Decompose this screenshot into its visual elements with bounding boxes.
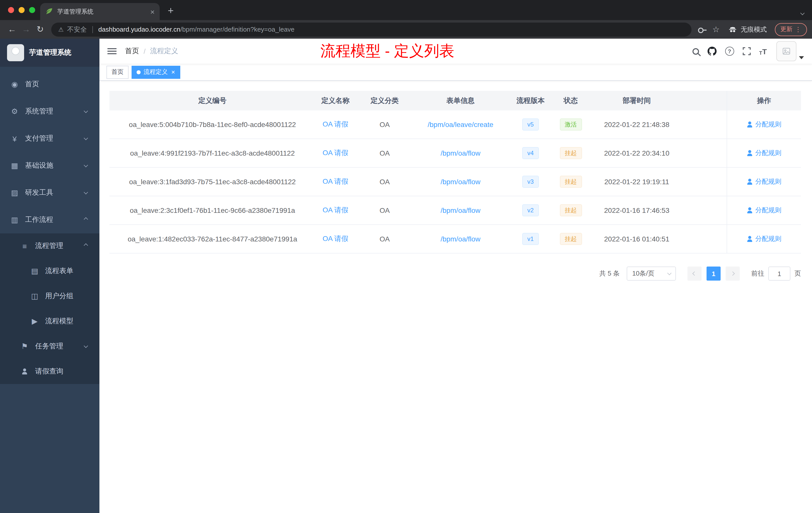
cell-filler: [686, 111, 727, 139]
logo-avatar: [7, 44, 24, 61]
new-tab-button[interactable]: +: [164, 3, 178, 18]
breadcrumb-current: 流程定义: [150, 47, 178, 56]
cell-definition-name[interactable]: OA 请假: [315, 139, 355, 167]
user-icon: [747, 236, 753, 242]
tag-process-definition[interactable]: 流程定义 ×: [132, 65, 180, 79]
cell-definition-name[interactable]: OA 请假: [315, 225, 355, 253]
chevron-icon: [84, 243, 88, 248]
cell-definition-name[interactable]: OA 请假: [315, 168, 355, 196]
dashboard-icon: ◉: [10, 80, 19, 89]
cell-definition-id: oa_leave:3:1fad3d93-7b75-11ec-a3c8-acde4…: [110, 168, 315, 196]
cell-category: OA: [355, 225, 414, 253]
user-menu[interactable]: [776, 41, 804, 61]
browser-menu-icon[interactable]: ⋮: [795, 26, 802, 33]
sidebar-item-workflow[interactable]: ▥ 工作流程: [0, 206, 99, 233]
cell-form-link[interactable]: /bpm/oa/flow: [441, 206, 481, 214]
minimize-window-button[interactable]: [19, 7, 25, 13]
logo-title: 芋道管理系统: [29, 48, 71, 57]
tab-search-chevron-icon[interactable]: [801, 7, 804, 17]
col-filler: [686, 91, 727, 111]
tab-favicon-icon: [45, 7, 53, 16]
sidebar-item-process-model[interactable]: ▶ 流程模型: [0, 309, 99, 334]
table-row: oa_leave:5:004b710b-7b8a-11ec-8ef0-acde4…: [110, 111, 801, 139]
sidebar-item-system[interactable]: ⚙ 系统管理: [0, 98, 99, 125]
tab-strip: 芋道管理系统 × +: [0, 0, 812, 20]
user-menu-caret-icon[interactable]: [799, 56, 804, 59]
cell-form-link[interactable]: /bpm/oa/leave/create: [428, 120, 493, 128]
incognito-label: 无痕模式: [741, 25, 767, 34]
cell-form-link[interactable]: /bpm/oa/flow: [441, 235, 481, 243]
col-version: 流程版本: [507, 91, 554, 111]
bookmark-star-icon[interactable]: ☆: [712, 25, 720, 34]
gear-icon: ⚙: [10, 107, 19, 116]
tool-icon: ▨: [10, 188, 19, 197]
browser-toolbar: ← → ↻ ⚠ 不安全 dashboard.yudao.iocoder.cn/b…: [0, 20, 812, 39]
assign-rule-link[interactable]: 分配规则: [747, 234, 781, 243]
main-area: 首页 / 流程定义 流程模型 - 定义列表 ? TT: [99, 39, 812, 513]
sidebar-item-leave-query[interactable]: 请假查询: [0, 359, 99, 384]
table-header: 定义编号 定义名称 定义分类 表单信息 流程版本 状态 部署时间 操作: [110, 91, 801, 111]
goto-page-input[interactable]: [768, 267, 790, 280]
sidebar-item-home[interactable]: ◉ 首页: [0, 71, 99, 98]
update-browser-button[interactable]: 更新 ⋮: [775, 23, 807, 36]
search-icon[interactable]: [692, 48, 699, 55]
sidebar-item-process-mgmt[interactable]: ≡ 流程管理: [0, 233, 99, 259]
assign-rule-link[interactable]: 分配规则: [747, 120, 781, 129]
chevron-icon: [84, 109, 88, 113]
next-page-button[interactable]: [726, 267, 740, 280]
chevron-down-icon: [667, 271, 672, 275]
tab-title: 芋道管理系统: [57, 7, 146, 16]
col-definition-id: 定义编号: [110, 91, 315, 111]
sidebar: 芋道管理系统 ◉ 首页 ⚙ 系统管理 ¥ 支付管理 ▦ 基础设施 ▨ 研发工具 …: [0, 39, 99, 513]
sidebar-item-infra[interactable]: ▦ 基础设施: [0, 152, 99, 179]
chevron-icon: [84, 163, 88, 168]
zoom-window-button[interactable]: [29, 7, 35, 13]
cell-deploy-time: 2022-01-16 17:46:53: [587, 196, 686, 224]
cell-definition-name[interactable]: OA 请假: [315, 111, 355, 139]
avatar[interactable]: [776, 41, 796, 61]
table-row: oa_leave:4:991f2193-7b7f-11ec-a3c8-acde4…: [110, 139, 801, 168]
back-button[interactable]: ←: [5, 22, 19, 36]
page-content: 定义编号 定义名称 定义分类 表单信息 流程版本 状态 部署时间 操作 oa_l…: [99, 81, 812, 513]
chevron-icon: [84, 217, 88, 221]
hamburger-icon[interactable]: [108, 48, 116, 55]
fullscreen-icon[interactable]: [743, 47, 751, 55]
cell-definition-name[interactable]: OA 请假: [315, 196, 355, 224]
sidebar-item-payment[interactable]: ¥ 支付管理: [0, 125, 99, 152]
prev-page-button[interactable]: [688, 267, 701, 280]
font-size-icon[interactable]: TT: [759, 47, 767, 56]
address-bar[interactable]: ⚠ 不安全 dashboard.yudao.iocoder.cn/bpm/man…: [51, 22, 691, 36]
tag-home[interactable]: 首页: [107, 65, 128, 79]
cell-filler: [686, 139, 727, 167]
close-window-button[interactable]: [8, 7, 14, 13]
yen-icon: ¥: [10, 134, 19, 143]
assign-rule-link[interactable]: 分配规则: [747, 206, 781, 215]
password-key-icon[interactable]: [698, 25, 706, 33]
assign-rule-link[interactable]: 分配规则: [747, 177, 781, 186]
app-root: 芋道管理系统 ◉ 首页 ⚙ 系统管理 ¥ 支付管理 ▦ 基础设施 ▨ 研发工具 …: [0, 39, 812, 513]
cell-form-link[interactable]: /bpm/oa/flow: [441, 149, 481, 157]
chevron-icon: [84, 344, 88, 348]
cell-category: OA: [355, 168, 414, 196]
browser-tab[interactable]: 芋道管理系统 ×: [40, 3, 160, 20]
current-page-button[interactable]: 1: [706, 267, 721, 280]
col-status: 状态: [554, 91, 587, 111]
assign-rule-link[interactable]: 分配规则: [747, 149, 781, 158]
cell-form-link[interactable]: /bpm/oa/flow: [441, 178, 481, 186]
forward-button[interactable]: →: [19, 22, 33, 36]
sidebar-item-process-form[interactable]: ▤ 流程表单: [0, 259, 99, 283]
sidebar-item-task-mgmt[interactable]: ⚑ 任务管理: [0, 334, 99, 359]
help-icon[interactable]: ?: [725, 47, 734, 56]
list-icon: ≡: [20, 242, 29, 250]
reload-button[interactable]: ↻: [33, 22, 47, 36]
breadcrumb-home[interactable]: 首页: [125, 47, 139, 56]
tag-active-dot: [137, 70, 141, 74]
chevron-icon: [84, 136, 88, 140]
tab-close-icon[interactable]: ×: [150, 8, 155, 15]
definition-table: 定义编号 定义名称 定义分类 表单信息 流程版本 状态 部署时间 操作 oa_l…: [110, 91, 801, 253]
sidebar-item-user-group[interactable]: ◫ 用户分组: [0, 283, 99, 309]
tag-close-icon[interactable]: ×: [171, 69, 175, 75]
sidebar-item-devtools[interactable]: ▨ 研发工具: [0, 179, 99, 206]
page-size-select[interactable]: 10条/页: [627, 267, 676, 280]
github-icon[interactable]: [707, 47, 716, 56]
